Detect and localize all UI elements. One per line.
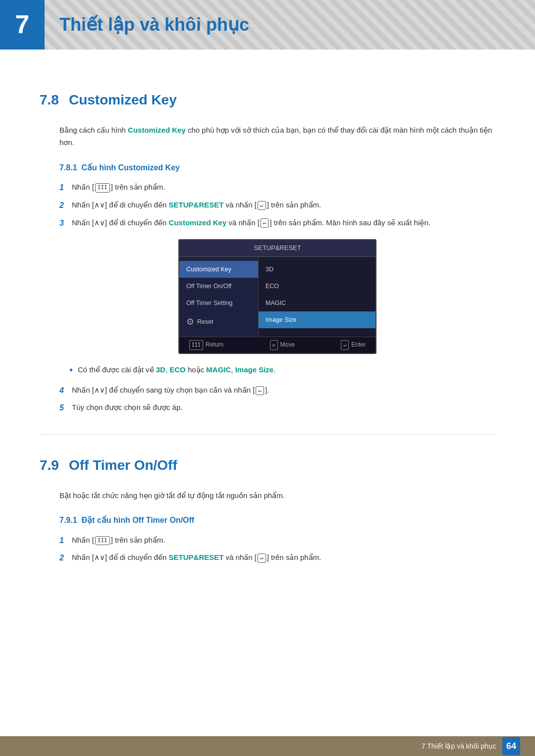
bullet-dot-1: • xyxy=(69,363,73,377)
step-num-5: 5 xyxy=(59,402,72,414)
magic-bold: MAGIC xyxy=(206,365,231,374)
menu-item-customized-key: Customized Key xyxy=(179,261,258,278)
bullet-item-1: • Có thể được cài đặt về 3D, ECO hoặc MA… xyxy=(69,364,495,377)
step-79-1-content: Nhấn [III] trên sản phẩm. xyxy=(72,534,495,546)
subsection-781-title: 7.8.1 Cấu hình Customized Key xyxy=(59,161,495,174)
step-num-3: 3 xyxy=(59,217,72,230)
step-5: 5 Tùy chọn được chọn sẽ được áp. xyxy=(59,402,495,414)
section-divider xyxy=(40,434,495,435)
customized-key-bold: Customized Key xyxy=(128,126,186,134)
header-banner: 7 Thiết lập và khôi phục xyxy=(0,0,535,50)
footer-move: ◇ Move xyxy=(270,340,295,350)
subsection-791-title: 7.9.1 Đặt cấu hình Off Timer On/Off xyxy=(59,514,495,527)
menu-left-panel: Customized Key Off Timer On/Off Off Time… xyxy=(179,257,259,337)
image-size-bold: Image Size xyxy=(235,365,274,374)
step-4: 4 Nhấn [∧∨] để chuyển sang tùy chọn bạn … xyxy=(59,384,495,397)
menu-icon-79-1: III xyxy=(95,536,110,545)
menu-item-reset: Reset xyxy=(197,317,214,327)
steps-list-79: 1 Nhấn [III] trên sản phẩm. 2 Nhấn [∧∨] … xyxy=(59,534,495,564)
step-num-2: 2 xyxy=(59,199,72,212)
menu-right-eco: ECO xyxy=(259,278,375,295)
menu-right-3d: 3D xyxy=(259,261,375,278)
footer-page-number: 64 xyxy=(502,737,520,755)
section-78-title: 7.8Customized Key xyxy=(40,89,495,111)
menu-item-off-timer-onoff: Off Timer On/Off xyxy=(179,278,258,295)
menu-right-magic: MAGIC xyxy=(259,295,375,311)
footer-return: III Return xyxy=(189,340,223,350)
bullet-text-1: Có thể được cài đặt về 3D, ECO hoặc MAGI… xyxy=(78,364,275,376)
step-3: 3 Nhấn [∧∨] để di chuyển đến Customized … xyxy=(59,217,495,230)
enter-icon-4: ↵ xyxy=(256,386,264,395)
enter-icon-footer: ↵ xyxy=(341,340,349,350)
footer-text: 7 Thiết lập và khôi phục xyxy=(422,741,496,752)
step-num-1: 1 xyxy=(59,181,72,194)
menu-icon-1: III xyxy=(95,183,110,192)
step-1-content: Nhấn [III] trên sản phẩm. xyxy=(72,181,495,193)
return-icon: III xyxy=(189,340,203,350)
step-2: 2 Nhấn [∧∨] để di chuyển đến SETUP&RESET… xyxy=(59,199,495,212)
section-78-number: 7.8 xyxy=(40,92,59,107)
main-content: 7.8Customized Key Bằng cách cấu hình Cus… xyxy=(0,50,535,614)
gear-icon: ⚙ xyxy=(186,315,194,329)
section-79-intro: Bật hoặc tắt chức năng hẹn giờ tắt để tự… xyxy=(59,489,495,502)
step-num-4: 4 xyxy=(59,384,72,397)
page-footer: 7 Thiết lập và khôi phục 64 xyxy=(0,736,535,756)
step-3-content: Nhấn [∧∨] để di chuyển đến Customized Ke… xyxy=(72,217,495,229)
menu-right-image-size: Image Size xyxy=(259,311,375,328)
chapter-title: Thiết lập và khôi phục xyxy=(45,10,249,39)
menu-item-off-timer-setting: Off Timer Setting xyxy=(179,295,258,311)
section-78-intro: Bằng cách cấu hình Customized Key cho ph… xyxy=(59,124,495,149)
setup-reset-bold-2: SETUP&RESET xyxy=(169,201,224,209)
section-79-number: 7.9 xyxy=(40,457,59,473)
footer-move-label: Move xyxy=(280,340,295,350)
setup-reset-bold-79-2: SETUP&RESET xyxy=(169,553,224,561)
chapter-number: 7 xyxy=(0,0,45,50)
step-num-79-1: 1 xyxy=(59,534,72,547)
menu-footer: III Return ◇ Move ↵ Enter xyxy=(179,337,375,353)
move-icon: ◇ xyxy=(270,340,278,350)
step-79-2: 2 Nhấn [∧∨] để di chuyển đến SETUP&RESET… xyxy=(59,552,495,564)
menu-screenshot: SETUP&RESET Customized Key Off Timer On/… xyxy=(178,239,376,354)
section-79-body: Bật hoặc tắt chức năng hẹn giờ tắt để tự… xyxy=(40,489,495,564)
menu-screenshot-header: SETUP&RESET xyxy=(179,240,375,257)
menu-body: Customized Key Off Timer On/Off Off Time… xyxy=(179,257,375,337)
step-1: 1 Nhấn [III] trên sản phẩm. xyxy=(59,181,495,194)
customized-key-bold-3: Customized Key xyxy=(169,218,227,227)
steps-list-78: 1 Nhấn [III] trên sản phẩm. 2 Nhấn [∧∨] … xyxy=(59,181,495,229)
step-4-content: Nhấn [∧∨] để chuyển sang tùy chọn bạn cầ… xyxy=(72,384,495,396)
bullet-list-78: • Có thể được cài đặt về 3D, ECO hoặc MA… xyxy=(59,364,495,377)
footer-enter-label: Enter xyxy=(351,340,366,350)
enter-icon-79-2: ↵ xyxy=(258,554,266,562)
step-2-content: Nhấn [∧∨] để di chuyển đến SETUP&RESET v… xyxy=(72,199,495,211)
step-5-content: Tùy chọn được chọn sẽ được áp. xyxy=(72,402,495,413)
steps-list-78-continued: 4 Nhấn [∧∨] để chuyển sang tùy chọn bạn … xyxy=(59,384,495,414)
3d-bold: 3D xyxy=(156,365,165,374)
step-num-79-2: 2 xyxy=(59,552,72,564)
step-79-2-content: Nhấn [∧∨] để di chuyển đến SETUP&RESET v… xyxy=(72,552,495,563)
step-79-1: 1 Nhấn [III] trên sản phẩm. xyxy=(59,534,495,547)
eco-bold: ECO xyxy=(169,365,186,374)
enter-icon-3: ↵ xyxy=(261,218,269,227)
section-79-title: 7.9Off Timer On/Off xyxy=(40,454,495,477)
menu-right-panel: 3D ECO MAGIC Image Size xyxy=(259,257,375,337)
enter-icon-2: ↵ xyxy=(258,201,266,210)
section-78-body: Bằng cách cấu hình Customized Key cho ph… xyxy=(40,124,495,414)
footer-return-label: Return xyxy=(206,340,223,350)
footer-enter: ↵ Enter xyxy=(341,340,366,350)
